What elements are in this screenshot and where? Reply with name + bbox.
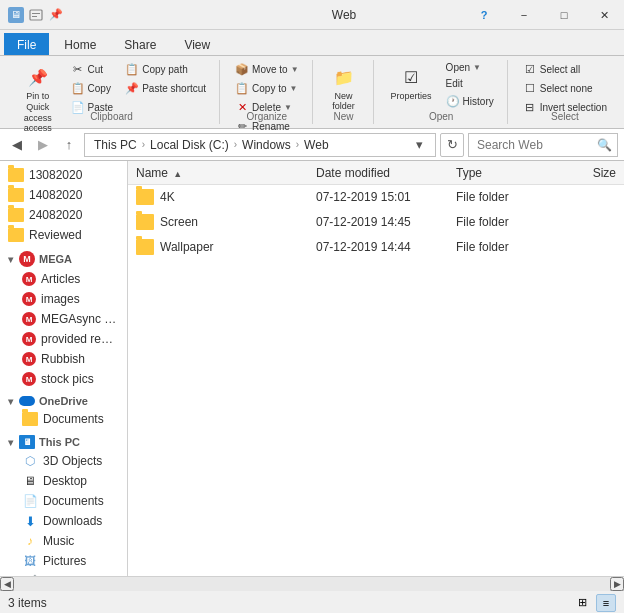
open-button[interactable]: Open ▼ xyxy=(441,60,499,75)
organize-btns: 📦 Move to ▼ 📋 Copy to ▼ ✕ Delete ▼ xyxy=(230,60,304,135)
sidebar-item-stockpics[interactable]: M stock pics xyxy=(0,369,127,389)
scroll-track[interactable] xyxy=(14,577,610,591)
title-bar-icons: 🖥 📌 xyxy=(8,7,64,23)
pin-icon: 📌 xyxy=(26,65,50,89)
table-row[interactable]: Wallpaper 07-12-2019 14:44 File folder xyxy=(128,235,624,260)
onedrive-label: OneDrive xyxy=(39,395,88,407)
sidebar-item-24082020[interactable]: 24082020 xyxy=(0,205,127,225)
mega-label: MEGA xyxy=(39,253,72,265)
svg-rect-2 xyxy=(32,16,37,17)
paste-shortcut-button[interactable]: 📌 Paste shortcut xyxy=(120,79,211,97)
tab-view[interactable]: View xyxy=(171,33,223,55)
window-icon: 🖥 xyxy=(8,7,24,23)
copy-to-button[interactable]: 📋 Copy to ▼ xyxy=(230,79,304,97)
file-rows-container: 4K 07-12-2019 15:01 File folder Screen 0… xyxy=(128,185,624,260)
sidebar-label: Articles xyxy=(41,272,80,286)
new-folder-button[interactable]: 📁 Newfolder xyxy=(323,60,365,116)
select-all-button[interactable]: ☑ Select all xyxy=(518,60,612,78)
thispc-collapse[interactable]: ▾ xyxy=(8,437,13,448)
cut-button[interactable]: ✂ Cut xyxy=(66,60,119,78)
details-view-button[interactable]: ≡ xyxy=(596,594,616,612)
select-none-button[interactable]: ☐ Select none xyxy=(518,79,612,97)
thispc-section-header[interactable]: ▾ 🖥 This PC xyxy=(0,429,127,451)
sidebar-item-videos[interactable]: 📹 Videos xyxy=(0,571,127,576)
scroll-left-button[interactable]: ◀ xyxy=(0,577,14,591)
mega-section-header[interactable]: ▾ M MEGA xyxy=(0,245,127,269)
tab-home[interactable]: Home xyxy=(51,33,109,55)
col-type[interactable]: Type xyxy=(456,166,556,180)
select-label: Select xyxy=(510,111,620,122)
file-type: File folder xyxy=(456,190,556,204)
maximize-button[interactable]: □ xyxy=(544,0,584,30)
copy-dropdown-arrow: ▼ xyxy=(290,84,298,93)
sidebar-item-images[interactable]: M images xyxy=(0,289,127,309)
sidebar-label: Desktop xyxy=(43,474,87,488)
sidebar-label: 24082020 xyxy=(29,208,82,222)
table-row[interactable]: 4K 07-12-2019 15:01 File folder xyxy=(128,185,624,210)
pin-to-quick-access-button[interactable]: 📌 Pin to Quick access access xyxy=(12,60,64,139)
history-button[interactable]: 🕐 History xyxy=(441,92,499,110)
svg-rect-0 xyxy=(30,10,42,20)
tab-share[interactable]: Share xyxy=(111,33,169,55)
onedrive-section-header[interactable]: ▾ OneDrive xyxy=(0,389,127,409)
refresh-button[interactable]: ↻ xyxy=(440,133,464,157)
sidebar-item-rubbish[interactable]: M Rubbish xyxy=(0,349,127,369)
sidebar-item-pictures[interactable]: 🖼 Pictures xyxy=(0,551,127,571)
help-button[interactable]: ? xyxy=(464,0,504,30)
sidebar-item-13082020[interactable]: 13082020 xyxy=(0,165,127,185)
sidebar-item-megasync[interactable]: M MEGAsync Uplo... xyxy=(0,309,127,329)
address-dropdown-button[interactable]: ▾ xyxy=(409,135,429,155)
mega-collapse[interactable]: ▾ xyxy=(8,254,13,265)
sidebar-item-14082020[interactable]: 14082020 xyxy=(0,185,127,205)
sidebar: 13082020 14082020 24082020 Reviewed ▾ M … xyxy=(0,161,128,576)
col-modified[interactable]: Date modified xyxy=(316,166,456,180)
move-dropdown-arrow: ▼ xyxy=(291,65,299,74)
mega-item-icon: M xyxy=(22,352,36,366)
move-to-button[interactable]: 📦 Move to ▼ xyxy=(230,60,304,78)
search-input[interactable] xyxy=(468,133,618,157)
cut-icon: ✂ xyxy=(71,62,85,76)
file-folder-icon xyxy=(136,214,154,230)
ribbon-group-clipboard: 📌 Pin to Quick access access ✂ Cut 📋 Cop… xyxy=(4,60,220,124)
sidebar-item-reviewed[interactable]: Reviewed xyxy=(0,225,127,245)
breadcrumb-web[interactable]: Web xyxy=(301,137,331,153)
sidebar-item-3dobjects[interactable]: ⬡ 3D Objects xyxy=(0,451,127,471)
open-dropdown-arrow: ▼ xyxy=(473,63,481,72)
pictures-icon: 🖼 xyxy=(22,554,38,568)
copy-icon: 📋 xyxy=(71,81,85,95)
sidebar-item-desktop[interactable]: 🖥 Desktop xyxy=(0,471,127,491)
copy-button[interactable]: 📋 Copy xyxy=(66,79,119,97)
edit-button[interactable]: Edit xyxy=(441,76,499,91)
tab-file[interactable]: File xyxy=(4,33,49,55)
new-label: New xyxy=(315,111,373,122)
close-button[interactable]: ✕ xyxy=(584,0,624,30)
col-name[interactable]: Name ▲ xyxy=(136,166,316,180)
file-folder-icon xyxy=(136,239,154,255)
sidebar-item-documents-od[interactable]: Documents xyxy=(0,409,127,429)
folder-icon xyxy=(8,228,24,242)
scroll-right-button[interactable]: ▶ xyxy=(610,577,624,591)
file-name: Screen xyxy=(160,215,198,229)
sidebar-item-articles[interactable]: M Articles xyxy=(0,269,127,289)
file-modified: 07-12-2019 15:01 xyxy=(316,190,456,204)
ribbon-tabs: File Home Share View xyxy=(0,30,624,56)
sidebar-item-documents-pc[interactable]: 📄 Documents xyxy=(0,491,127,511)
copy-path-button[interactable]: 📋 Copy path xyxy=(120,60,211,78)
large-icons-view-button[interactable]: ⊞ xyxy=(572,594,592,612)
clipboard-label: Clipboard xyxy=(4,111,219,122)
properties-button[interactable]: ☑ Properties xyxy=(384,60,439,106)
sidebar-item-music[interactable]: ♪ Music xyxy=(0,531,127,551)
sidebar-item-downloads[interactable]: ⬇ Downloads xyxy=(0,511,127,531)
paste-shortcut-icon: 📌 xyxy=(125,81,139,95)
minimize-button[interactable]: − xyxy=(504,0,544,30)
sidebar-item-provided[interactable]: M provided resourc... xyxy=(0,329,127,349)
clipboard-small-btns: ✂ Cut 📋 Copy 📄 Paste xyxy=(66,60,119,116)
status-bar: 3 items ⊞ ≡ xyxy=(0,590,624,613)
table-row[interactable]: Screen 07-12-2019 14:45 File folder xyxy=(128,210,624,235)
view-buttons: ⊞ ≡ xyxy=(572,594,616,612)
title-bar: 🖥 📌 Web ? − □ ✕ xyxy=(0,0,624,30)
mega-item-icon: M xyxy=(22,272,36,286)
ribbon: File Home Share View 📌 Pin to Quick acce… xyxy=(0,30,624,129)
onedrive-collapse[interactable]: ▾ xyxy=(8,396,13,407)
col-size[interactable]: Size xyxy=(556,166,616,180)
